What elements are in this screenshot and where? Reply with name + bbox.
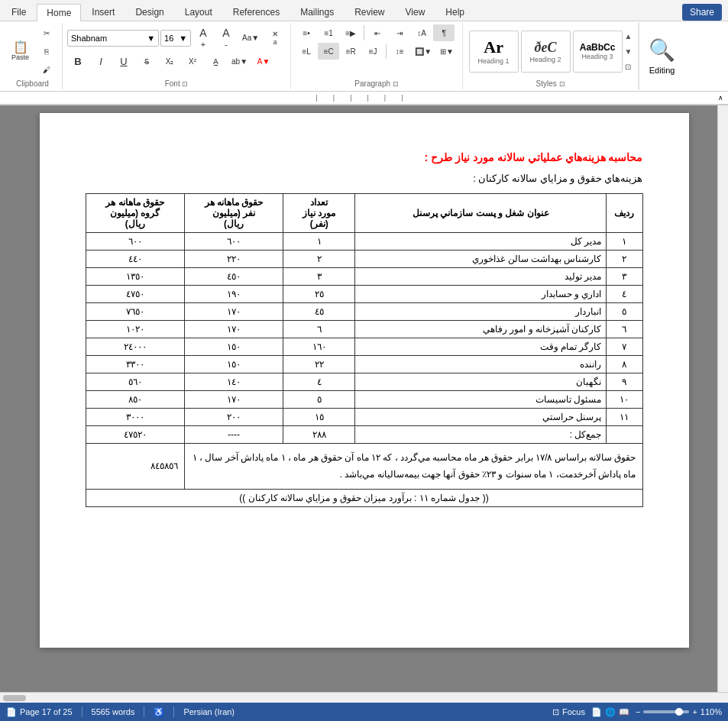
styles-label: Styles ⊡ [536,78,565,88]
font-color-button[interactable]: A▼ [253,53,274,70]
col-header-count: تعدادمورد نياز(نفر) [283,194,355,233]
tab-view[interactable]: View [396,3,435,21]
italic-button[interactable]: I [90,53,112,70]
table-row: ٤ اداري و حسابدار ٢٥ ١٩٠ ٤٧٥٠ [86,286,642,303]
paste-icon: 📋 [13,41,28,53]
table-row: ٧ كارگر تمام وقت ١٦٠ ١٥٠ ٢٤٠٠٠ [86,338,642,356]
format-painter-button[interactable]: 🖌 [36,61,57,78]
accessibility-icon[interactable]: ♿ [154,707,164,717]
font-name-selector[interactable]: Shabnam ▼ [67,30,159,47]
clipboard-label: Clipboard [16,78,49,88]
find-icon[interactable]: 🔍 [649,37,675,63]
horizontal-scrollbar[interactable] [0,692,728,703]
copy-button[interactable]: ⎘ [36,43,57,60]
h-scroll-thumb[interactable] [3,695,26,701]
col-header-title: عنوان شغل و پست سازماني پرسنل [355,194,607,233]
web-view-button[interactable]: 🌐 [605,707,616,717]
bullets-button[interactable]: ≡• [296,24,317,41]
tab-design[interactable]: Design [125,3,173,21]
styles-expand[interactable]: ⊡ [625,63,633,71]
zoom-level: 110% [700,707,722,716]
numbering-button[interactable]: ≡1 [318,24,339,41]
shading-button[interactable]: 🔲▼ [411,43,435,60]
tab-mailings[interactable]: Mailings [290,3,344,21]
font-size-dropdown-icon: ▼ [179,34,187,43]
zoom-in-button[interactable]: + [692,707,697,716]
table-row: ٣ مدير توليد ٣ ٤٥٠ ١٣٥٠ [86,268,642,286]
table-row: ٩ نگهبان ٤ ١٤٠ ٥٦٠ [86,373,642,391]
increase-font-button[interactable]: A+ [193,24,214,51]
heading2-style[interactable]: ðeC Heading 2 [521,31,571,73]
col-header-salary-per: حقوق ماهانه هرنفر (ميليونريال) [184,194,283,233]
decrease-font-button[interactable]: A- [215,24,237,51]
underline-button[interactable]: U [113,53,134,70]
table-row: ٦ كاركنان آشپزخانه و امور رفاهي ٦ ١٧٠ ١٠… [86,321,642,338]
bold-button[interactable]: B [67,53,89,70]
language[interactable]: Persian (Iran) [183,707,235,716]
borders-button[interactable]: ⊞▼ [436,43,458,60]
heading1-style[interactable]: Ar Heading 1 [469,31,519,73]
ribbon-toolbar: 📋 Paste ✂ ⎘ 🖌 Clipboard Shabnam ▼ [0,21,728,91]
col-header-salary-group: حقوق ماهانه هرگروه (ميليونريال) [86,194,184,233]
ribbon-tab-bar: File Home Insert Design Layout Reference… [0,0,728,21]
styles-group: Ar Heading 1 ðeC Heading 2 AaBbCc Headin… [463,23,639,89]
para-divider1 [364,25,364,40]
table-row: ٢ كارشناس بهداشت سالن غذاخوري ٢ ٢٢٠ ٤٤٠ [86,251,642,268]
document-page: محاسبه هزينه‌هاي عملياتي سالانه مورد نيا… [40,113,689,648]
heading3-style[interactable]: AaBbCc Heading 3 [573,31,623,73]
show-marks-button[interactable]: ¶ [433,24,455,41]
superscript-button[interactable]: X² [182,53,203,70]
align-right-button[interactable]: ≡R [340,43,361,60]
section-subtitle: هزينه‌هاي حقوق و مزاياي سالانه كاركنان : [86,173,643,184]
align-left-button[interactable]: ≡L [296,43,317,60]
table-note-row: حقوق سالانه براساس ١٧/٨ برابر حقوق هر ما… [86,444,642,490]
table-row: ١ مدير كل ١ ٦٠٠ ٦٠٠ [86,233,642,251]
tab-review[interactable]: Review [345,3,394,21]
strikethrough-button[interactable]: S̶ [136,53,157,70]
zoom-slider[interactable] [643,710,689,713]
print-view-button[interactable]: 📄 [591,707,602,717]
focus-button[interactable]: ⊡ Focus [552,707,585,717]
share-button[interactable]: Share [682,4,722,21]
tab-references[interactable]: References [223,3,290,21]
ruler-toggle[interactable]: ∧ [716,94,725,102]
increase-indent-button[interactable]: ⇥ [389,24,410,41]
tab-home[interactable]: Home [37,4,81,21]
multilevel-list-button[interactable]: ≡▶ [340,24,361,41]
vertical-scrollbar[interactable] [717,105,728,692]
text-effects-button[interactable]: A̲ [205,53,226,70]
ribbon: File Home Insert Design Layout Reference… [0,0,728,105]
paragraph-label: Paragraph ⊡ [354,78,398,88]
change-case-button[interactable]: Aa▼ [238,30,263,47]
tab-file[interactable]: File [2,3,36,21]
zoom-control: − + 110% [636,707,722,716]
font-size-selector[interactable]: 16 ▼ [160,30,191,47]
zoom-out-button[interactable]: − [636,707,640,716]
tab-insert[interactable]: Insert [82,3,125,21]
clipboard-group: 📋 Paste ✂ ⎘ 🖌 Clipboard [3,23,63,89]
align-center-button[interactable]: ≡C [318,43,339,60]
paste-button[interactable]: 📋 Paste [8,28,33,74]
subscript-button[interactable]: X₂ [159,53,180,70]
editing-group: 🔍 Editing [639,23,684,89]
styles-scroll-up[interactable]: ▲ [625,32,633,40]
decrease-indent-button[interactable]: ⇤ [367,24,388,41]
highlight-button[interactable]: ab▼ [228,53,251,70]
line-spacing-button[interactable]: ↕≡ [389,43,410,60]
table-row: ١٠ مسئول تاسيسات ٥ ١٧٠ ٨٥٠ [86,391,642,409]
tab-help[interactable]: Help [435,3,474,21]
tab-layout[interactable]: Layout [175,3,222,21]
paragraph-group: ≡• ≡1 ≡▶ ⇤ ⇥ ↕A ¶ ≡L ≡C ≡R ≡J ↕≡ 🔲▼ [291,23,463,89]
styles-scroll-down[interactable]: ▼ [625,47,633,56]
table-caption-row: (( جدول شماره ١١ : برآورد ميزان حقوق و م… [86,490,642,507]
read-view-button[interactable]: 📖 [619,707,629,717]
status-bar: 📄 Page 17 of 25 5565 words ♿ Persian (Ir… [0,703,728,721]
para-divider2 [386,44,387,59]
styles-scroll: ▲ ▼ ⊡ [625,28,633,74]
sort-button[interactable]: ↕A [411,24,432,41]
ruler: |||||| ∧ [0,91,728,105]
justify-button[interactable]: ≡J [362,43,383,60]
copy-icon: ⎘ [44,47,49,56]
clear-format-button[interactable]: ✕a [264,27,286,48]
cut-button[interactable]: ✂ [36,24,57,41]
